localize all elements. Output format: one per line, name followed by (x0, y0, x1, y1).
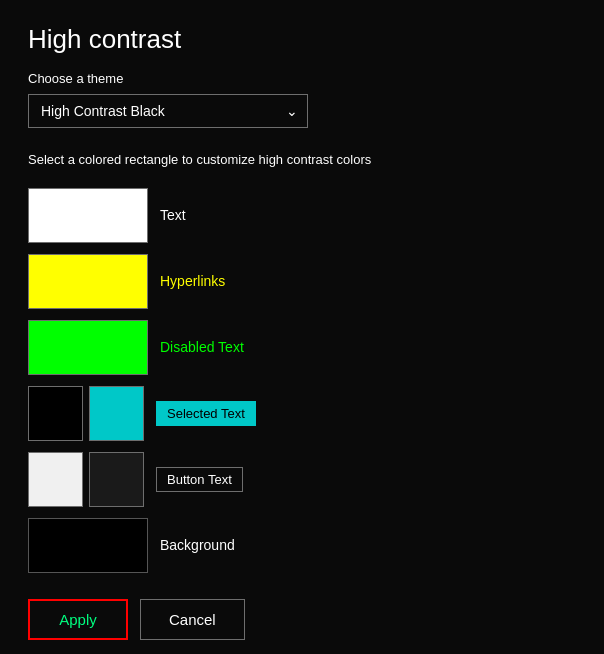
color-row-background: Background (28, 515, 576, 575)
text-label: Text (160, 207, 186, 223)
button-text-badge: Button Text (156, 467, 243, 492)
page-title: High contrast (28, 24, 576, 55)
color-row-hyperlinks: Hyperlinks (28, 251, 576, 311)
text-swatch[interactable] (28, 188, 148, 243)
apply-button[interactable]: Apply (28, 599, 128, 640)
button-text-bg-swatch[interactable] (28, 452, 83, 507)
hyperlinks-swatch[interactable] (28, 254, 148, 309)
color-rows: Text Hyperlinks Disabled Text Selected T… (28, 185, 576, 575)
color-row-button-text: Button Text (28, 449, 576, 509)
theme-dropdown-wrapper[interactable]: High Contrast Black High Contrast White … (28, 94, 308, 128)
action-buttons: Apply Cancel (28, 599, 576, 640)
selected-text-swatches (28, 386, 144, 441)
color-row-disabled-text: Disabled Text (28, 317, 576, 377)
background-label: Background (160, 537, 235, 553)
button-text-swatches (28, 452, 144, 507)
selected-text-bg-swatch[interactable] (28, 386, 83, 441)
disabled-text-label: Disabled Text (160, 339, 244, 355)
disabled-text-swatch[interactable] (28, 320, 148, 375)
color-row-selected-text: Selected Text (28, 383, 576, 443)
button-text-fg-swatch[interactable] (89, 452, 144, 507)
theme-dropdown[interactable]: High Contrast Black High Contrast White … (28, 94, 308, 128)
choose-label: Choose a theme (28, 71, 576, 86)
selected-text-fg-swatch[interactable] (89, 386, 144, 441)
background-swatch[interactable] (28, 518, 148, 573)
cancel-button[interactable]: Cancel (140, 599, 245, 640)
color-row-text: Text (28, 185, 576, 245)
selected-text-badge: Selected Text (156, 401, 256, 426)
hyperlinks-label: Hyperlinks (160, 273, 225, 289)
instruction-text: Select a colored rectangle to customize … (28, 152, 576, 167)
